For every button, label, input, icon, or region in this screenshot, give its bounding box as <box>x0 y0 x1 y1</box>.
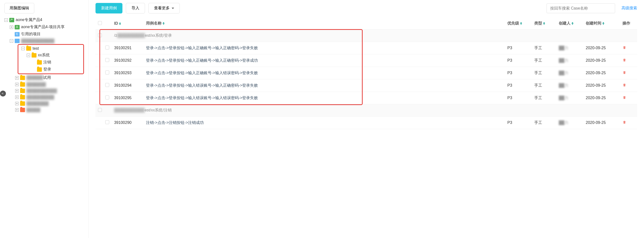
cell-created-at: 2020-09-25 <box>583 54 620 67</box>
header-id[interactable]: ID <box>112 18 144 30</box>
row-checkbox[interactable] <box>105 70 109 74</box>
tree-label[interactable]: ███████████ <box>26 89 84 93</box>
row-checkbox[interactable] <box>105 120 109 124</box>
select-all-checkbox[interactable] <box>98 21 102 25</box>
group-path: ███████████est/xx系统/注销 <box>114 108 172 112</box>
tree-other[interactable]: + ██████试用 <box>4 74 84 81</box>
advanced-search-link[interactable]: 高级搜索 <box>622 6 637 11</box>
tree-login[interactable]: 登录 <box>18 66 83 73</box>
case-name-link[interactable]: 登录->点击->登录按钮->输入正确账号->输入错误密码->登录失败 <box>146 71 258 75</box>
expand-icon[interactable]: + <box>15 96 18 99</box>
cell-creator: ██力 <box>559 96 568 100</box>
tree-share[interactable]: + aone专属产品4-项目共享 <box>4 24 84 30</box>
cell-type: 手工 <box>532 92 556 104</box>
sidebar: 用脑图编辑 − aone专属产品4 + aone专属产品4-项目共享 引用的项目… <box>0 0 89 238</box>
delete-icon[interactable] <box>622 95 626 100</box>
tree-other[interactable]: + ████████ <box>4 100 84 107</box>
tree-test[interactable]: − test <box>18 45 83 52</box>
case-name-link[interactable]: 登录->点击->登录按钮->输入正确账号->输入正确密码->登录失败 <box>146 46 258 50</box>
tree-label[interactable]: █████ <box>26 108 84 112</box>
folder-icon <box>32 53 36 58</box>
tree-other[interactable]: + ███████████ <box>4 88 84 94</box>
tree-label[interactable]: ████████ <box>26 101 84 106</box>
tree-other[interactable]: + █████ <box>4 107 84 113</box>
delete-icon[interactable] <box>622 58 626 62</box>
delete-icon[interactable] <box>622 83 626 87</box>
expand-icon[interactable]: + <box>15 108 18 112</box>
header-created-at[interactable]: 创建时间 <box>583 18 620 30</box>
tree-label[interactable]: ███████ <box>26 82 84 87</box>
tree-referenced[interactable]: 引用的项目 <box>4 30 84 38</box>
table-row: 39100291 登录->点击->登录按钮->输入正确账号->输入正确密码->登… <box>96 42 637 54</box>
cell-priority: P3 <box>505 92 532 104</box>
tree-xxsys[interactable]: − xx系统 <box>18 52 83 59</box>
table-row: 39100290 注销->点击->注销按钮->注销成功 P3 手工 ██力 20… <box>96 116 637 129</box>
collapse-icon[interactable]: − <box>4 18 8 22</box>
expand-icon[interactable]: + <box>10 26 13 29</box>
tree-label[interactable]: xx系统 <box>38 53 83 58</box>
search-input[interactable] <box>546 4 615 13</box>
sort-icon[interactable] <box>602 22 604 25</box>
tree-other[interactable]: + ███████ <box>4 81 84 88</box>
header-creator[interactable]: 创建人 <box>556 18 583 30</box>
row-checkbox[interactable] <box>105 83 109 87</box>
case-name-link[interactable]: 登录->点击->登录按钮->输入正确账号->输入正确密码->登录成功 <box>146 58 258 62</box>
row-checkbox[interactable] <box>105 46 109 50</box>
expand-icon[interactable]: + <box>15 76 18 80</box>
case-name-link[interactable]: 登录->点击->登录按钮->输入错误账号->输入正确密码->登录失败 <box>146 83 258 88</box>
tree-label[interactable]: ██████████ <box>26 95 84 100</box>
tree-label[interactable]: 引用的项目 <box>21 32 84 37</box>
sort-icon[interactable] <box>572 22 574 25</box>
new-case-button[interactable]: 新建用例 <box>96 3 122 14</box>
import-button[interactable]: 导入 <box>126 3 145 14</box>
expand-icon[interactable]: + <box>15 102 18 105</box>
tree-label[interactable]: 注销 <box>43 60 83 65</box>
cell-created-at: 2020-09-25 <box>583 42 620 54</box>
mindmap-edit-button[interactable]: 用脑图编辑 <box>4 3 34 14</box>
cell-type: 手工 <box>532 42 556 54</box>
collapse-icon[interactable]: − <box>27 54 30 57</box>
highlight-box: − test − xx系统 注销 登录 <box>18 44 84 74</box>
sort-icon[interactable] <box>520 22 522 25</box>
tree-label[interactable]: ████████████ <box>21 39 84 43</box>
row-checkbox[interactable] <box>98 108 102 112</box>
cell-created-at: 2020-09-25 <box>583 79 620 92</box>
tree-blurred-1[interactable]: − ████████████ <box>4 38 84 44</box>
cell-created-at: 2020-09-25 <box>583 92 620 104</box>
expand-icon[interactable]: + <box>15 89 18 92</box>
delete-icon[interactable] <box>622 70 626 75</box>
delete-icon[interactable] <box>622 45 626 50</box>
tree-label[interactable]: test <box>32 46 83 51</box>
tree-label[interactable]: aone专属产品4-项目共享 <box>21 24 84 30</box>
folder-icon <box>20 101 25 106</box>
collapse-icon[interactable]: − <box>21 47 25 50</box>
tree-label[interactable]: 登录 <box>43 67 83 72</box>
expand-icon[interactable]: + <box>15 83 18 86</box>
row-checkbox[interactable] <box>98 33 102 37</box>
cell-creator: ██力 <box>559 46 568 50</box>
tree-other[interactable]: + ██████████ <box>4 94 84 100</box>
cell-created-at: 2020-09-25 <box>583 67 620 79</box>
cell-priority: P3 <box>505 116 532 129</box>
sort-icon[interactable] <box>543 22 545 25</box>
tree-root[interactable]: − aone专属产品4 <box>4 16 84 24</box>
tree-logout[interactable]: 注销 <box>18 59 83 66</box>
delete-icon[interactable] <box>622 120 626 124</box>
tree-label[interactable]: aone专属产品4 <box>16 18 84 22</box>
sort-icon[interactable] <box>162 22 164 25</box>
group-path: /z██████████est/xx系统/登录 <box>114 33 172 38</box>
case-name-link[interactable]: 注销->点击->注销按钮->注销成功 <box>146 120 204 125</box>
cell-priority: P3 <box>505 54 532 67</box>
cell-created-at: 2020-09-25 <box>583 116 620 129</box>
header-name[interactable]: 用例名称 <box>144 18 505 30</box>
row-checkbox[interactable] <box>105 96 109 100</box>
row-checkbox[interactable] <box>105 58 109 62</box>
header-type[interactable]: 类型 <box>532 18 556 30</box>
collapse-icon[interactable]: − <box>10 39 13 42</box>
folder-icon <box>20 108 25 112</box>
sort-icon[interactable] <box>119 22 121 25</box>
case-name-link[interactable]: 登录->点击->登录按钮->输入错误账号->输入错误密码->登录失败 <box>146 96 258 100</box>
header-priority[interactable]: 优先级 <box>505 18 532 30</box>
side-collapse-tab[interactable]: <· <box>0 90 6 96</box>
view-more-button[interactable]: 查看更多 <box>148 3 180 14</box>
